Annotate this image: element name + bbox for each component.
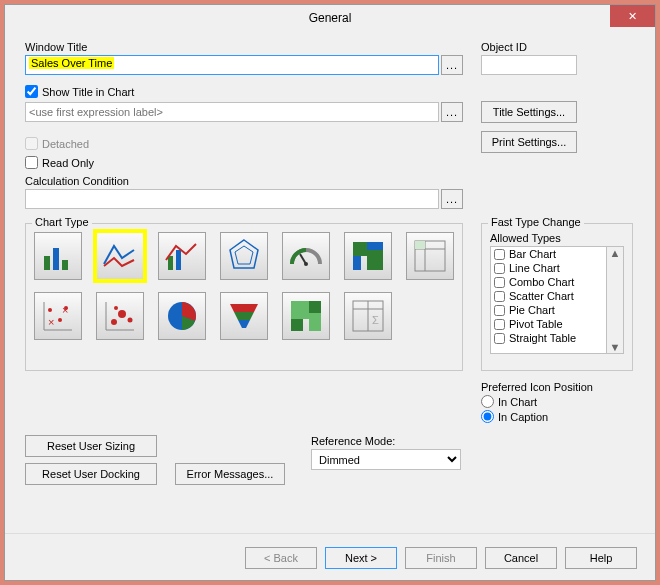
chart-type-mekko[interactable] (344, 232, 392, 280)
svg-rect-34 (291, 301, 309, 319)
expression-input[interactable] (25, 102, 439, 122)
svg-text:×: × (62, 304, 68, 316)
chart-type-radar[interactable] (220, 232, 268, 280)
in-chart-radio[interactable]: In Chart (481, 395, 633, 408)
chart-type-group: Chart Type ×× Σ (25, 223, 463, 371)
detached-checkbox: Detached (25, 137, 463, 150)
svg-marker-31 (230, 304, 258, 312)
list-item[interactable]: Scatter Chart (491, 289, 606, 303)
chart-type-pivot[interactable] (406, 232, 454, 280)
svg-point-20 (58, 318, 62, 322)
pref-icon-area: Preferred Icon Position In Chart In Capt… (481, 381, 633, 423)
window-title-browse-button[interactable]: ... (441, 55, 463, 75)
fast-type-legend: Fast Type Change (488, 216, 584, 228)
expression-browse-button[interactable]: ... (441, 102, 463, 122)
calc-cond-input-group: ... (25, 189, 463, 209)
svg-point-19 (48, 308, 52, 312)
ref-mode-label: Reference Mode: (311, 435, 461, 447)
chart-type-funnel[interactable] (220, 292, 268, 340)
list-item[interactable]: Line Chart (491, 261, 606, 275)
svg-marker-33 (238, 320, 250, 328)
pref-icon-label: Preferred Icon Position (481, 381, 633, 393)
allowed-types-list[interactable]: Bar Chart Line Chart Combo Chart Scatter… (490, 246, 607, 354)
detached-area: Detached Read Only (25, 131, 463, 169)
readonly-check[interactable] (25, 156, 38, 169)
chart-type-legend: Chart Type (32, 216, 92, 228)
svg-rect-16 (415, 241, 425, 249)
svg-rect-1 (53, 248, 59, 270)
reset-user-docking-button[interactable]: Reset User Docking (25, 463, 157, 485)
show-title-check[interactable] (25, 85, 38, 98)
error-messages-button[interactable]: Error Messages... (175, 463, 285, 485)
svg-marker-6 (235, 246, 253, 264)
svg-rect-3 (168, 256, 173, 270)
chart-type-combo[interactable] (158, 232, 206, 280)
svg-point-8 (304, 262, 308, 266)
svg-rect-36 (291, 319, 303, 331)
list-item[interactable]: Straight Table (491, 331, 606, 345)
show-title-label: Show Title in Chart (42, 86, 134, 98)
finish-button: Finish (405, 547, 477, 569)
scrollbar[interactable]: ▲▼ (607, 246, 624, 354)
title-settings-button[interactable]: Title Settings... (481, 101, 577, 123)
svg-text:Σ: Σ (372, 314, 379, 326)
next-button[interactable]: Next > (325, 547, 397, 569)
svg-marker-32 (234, 312, 254, 320)
chart-type-line[interactable] (96, 232, 144, 280)
object-id-input[interactable] (481, 55, 577, 75)
print-settings-area: Print Settings... (481, 131, 633, 169)
chart-type-bar[interactable] (34, 232, 82, 280)
error-msgs-area: Error Messages... (175, 435, 285, 485)
title-settings-area: Title Settings... (481, 79, 633, 123)
chart-type-block[interactable] (282, 292, 330, 340)
svg-rect-4 (176, 250, 181, 270)
scroll-down-icon: ▼ (610, 341, 621, 353)
calc-cond-label: Calculation Condition (25, 175, 463, 187)
chart-type-scatter[interactable]: ×× (34, 292, 82, 340)
window-title-input[interactable]: Sales Over Time (25, 55, 439, 75)
svg-rect-9 (353, 242, 367, 256)
chart-type-straight-table[interactable]: Σ (344, 292, 392, 340)
readonly-checkbox[interactable]: Read Only (25, 156, 463, 169)
svg-rect-11 (353, 256, 361, 270)
bottom-buttons-row: Reset User Sizing Reset User Docking Err… (25, 435, 633, 485)
back-button: < Back (245, 547, 317, 569)
reset-buttons: Reset User Sizing Reset User Docking (25, 435, 157, 485)
close-button[interactable]: ✕ (610, 5, 655, 27)
dialog-window: General ✕ Window Title Sales Over Time .… (4, 4, 656, 581)
expr-input-group: ... (25, 102, 463, 122)
window-title-value: Sales Over Time (29, 57, 114, 69)
object-id-label: Object ID (481, 41, 633, 53)
reset-user-sizing-button[interactable]: Reset User Sizing (25, 435, 157, 457)
object-id-area: Object ID (481, 41, 633, 75)
chart-type-pie[interactable] (158, 292, 206, 340)
list-item[interactable]: Bar Chart (491, 247, 606, 261)
allowed-types-listwrap: Bar Chart Line Chart Combo Chart Scatter… (490, 246, 624, 354)
dialog-footer: < Back Next > Finish Cancel Help (5, 533, 655, 581)
readonly-label: Read Only (42, 157, 94, 169)
help-button[interactable]: Help (565, 547, 637, 569)
cancel-button[interactable]: Cancel (485, 547, 557, 569)
print-settings-button[interactable]: Print Settings... (481, 131, 577, 153)
chart-type-gauge[interactable] (282, 232, 330, 280)
calc-cond-area: Calculation Condition ... (25, 175, 463, 209)
show-title-checkbox[interactable]: Show Title in Chart (25, 85, 463, 98)
detached-label: Detached (42, 138, 89, 150)
dialog-body: Window Title Sales Over Time ... Object … (5, 31, 655, 533)
list-item[interactable]: Pivot Table (491, 317, 606, 331)
row-detached: Detached Read Only Print Settings... (25, 131, 633, 169)
list-item[interactable]: Pie Chart (491, 303, 606, 317)
window-title-area: Window Title Sales Over Time ... (25, 41, 463, 75)
svg-rect-12 (367, 250, 383, 270)
ref-mode-area: Reference Mode: Dimmed (311, 435, 461, 470)
in-caption-radio[interactable]: In Caption (481, 410, 633, 423)
reference-mode-select[interactable]: Dimmed (311, 449, 461, 470)
calc-cond-browse-button[interactable]: ... (441, 189, 463, 209)
svg-rect-0 (44, 256, 50, 270)
svg-rect-10 (367, 242, 383, 250)
fast-type-group: Fast Type Change Allowed Types Bar Chart… (481, 223, 633, 371)
chart-type-grid-chart[interactable] (96, 292, 144, 340)
calc-cond-input[interactable] (25, 189, 439, 209)
titlebar: General ✕ (5, 5, 655, 31)
list-item[interactable]: Combo Chart (491, 275, 606, 289)
